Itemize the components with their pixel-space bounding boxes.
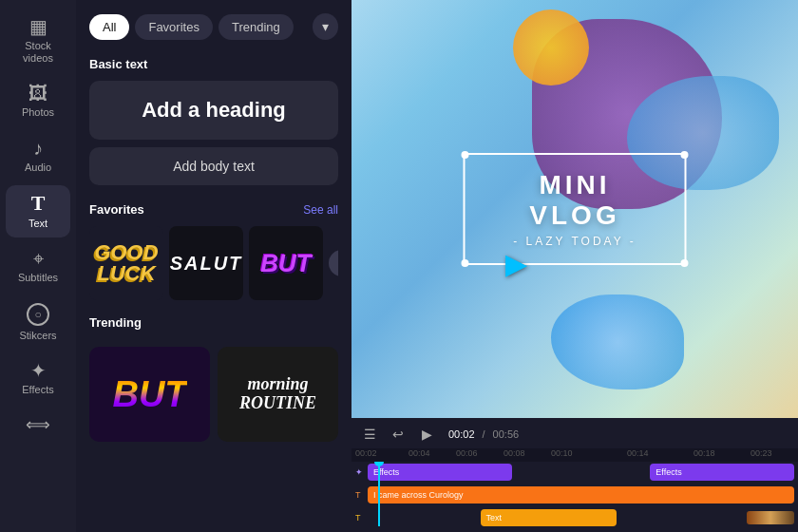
sidebar-item-label: Text [28, 218, 48, 230]
transitions-icon: ⟺ [26, 416, 50, 433]
track-row-curology: T I came across Curology [355, 484, 794, 505]
sidebar: ▦ Stock videos 🖼 Photos ♪ Audio T Text ⌖… [0, 0, 76, 532]
sidebar-item-stickers[interactable]: ○ Stikcers [6, 295, 70, 350]
subtitles-icon: ⌖ [33, 249, 44, 268]
tab-trending[interactable]: Trending [218, 14, 294, 40]
timeline-total-time: / [483, 428, 485, 440]
salut-text: SALUT [170, 253, 243, 275]
handle-bottom-left[interactable] [462, 259, 469, 267]
good-luck-text: GOOD LUCK [94, 242, 158, 284]
track-row-effects-1: ✦ Effects Effects [355, 462, 794, 483]
photos-icon: 🖼 [28, 84, 48, 103]
blob-light-blue [551, 294, 684, 390]
morning-routine-text: morning ROUTINE [239, 375, 316, 413]
timeline-toolbar: ☰ ↩ ▶ 00:02 / 00:56 [352, 424, 798, 445]
time-mark-4: 00:10 [551, 448, 573, 458]
time-mark-3: 00:08 [504, 448, 525, 458]
stock-videos-icon: ▦ [29, 17, 48, 36]
sidebar-item-stock-videos[interactable]: ▦ Stock videos [6, 10, 70, 72]
tab-all[interactable]: All [89, 14, 129, 40]
sidebar-item-label: Stock videos [10, 40, 66, 65]
trending-grid: BUT morning ROUTINE [89, 347, 338, 442]
add-body-text-button[interactable]: Add body text [89, 147, 338, 185]
sidebar-item-label: Audio [25, 162, 51, 174]
handle-top-right[interactable] [681, 151, 689, 159]
add-heading-button[interactable]: Add a heading [89, 81, 338, 140]
sidebar-item-audio[interactable]: ♪ Audio [6, 131, 70, 181]
favorite-item-but[interactable]: BUT [249, 226, 323, 300]
text-panel: All Favorites Trending ▾ Basic text Add … [76, 0, 352, 532]
trending-item-but[interactable]: BUT [89, 347, 210, 442]
time-mark-1: 00:04 [408, 448, 430, 458]
mini-vlog-title: MINI VLOG [494, 170, 656, 231]
sidebar-item-transitions[interactable]: ⟺ [6, 408, 70, 445]
canvas-area: MINI VLOG - LAZY TODAY - ▶ ☰ ↩ ▶ 00:02 /… [352, 0, 798, 532]
track-text[interactable]: Text [481, 509, 617, 526]
timeline-tracks: ✦ Effects Effects T I came across Curolo… [352, 462, 798, 526]
text-overlay-mini-vlog[interactable]: MINI VLOG - LAZY TODAY - [464, 153, 687, 265]
track-curology[interactable]: I came across Curology [368, 486, 794, 504]
see-all-button[interactable]: See all [303, 203, 338, 217]
favorites-section-title: Favorites [89, 202, 144, 217]
trending-item-morning-routine[interactable]: morning ROUTINE [218, 347, 338, 442]
track-row-text: T Text [355, 507, 794, 526]
stickers-icon: ○ [27, 303, 49, 326]
handle-bottom-right[interactable] [681, 259, 689, 267]
time-mark-6: 00:18 [694, 448, 715, 458]
favorite-item-good-luck[interactable]: GOOD LUCK [89, 226, 163, 300]
timeline-current-time: 00:02 [448, 428, 475, 440]
text-icon: T [31, 193, 46, 214]
handle-top-left[interactable] [462, 151, 469, 159]
favorite-item-salut[interactable]: SALUT [169, 226, 243, 300]
timeline-duration: 00:56 [493, 428, 520, 440]
trending-but-text: BUT [112, 374, 186, 415]
timeline-menu-button[interactable]: ☰ [359, 424, 380, 445]
time-mark-5: 00:14 [627, 448, 649, 458]
track-effects-2-label: Effects [656, 467, 681, 477]
timeline: ☰ ↩ ▶ 00:02 / 00:56 00:02 00:04 00:06 00… [352, 418, 798, 532]
timeline-play-button[interactable]: ▶ [416, 424, 437, 445]
timeline-undo-button[interactable]: ↩ [388, 424, 408, 445]
but-purple-text: BUT [260, 249, 311, 278]
favorites-section-header: Favorites See all [89, 202, 338, 217]
mini-vlog-subtitle: - LAZY TODAY - [494, 235, 656, 248]
playhead[interactable] [378, 462, 380, 526]
more-filters-button[interactable]: ▾ [313, 13, 338, 40]
favorites-grid: GOOD LUCK SALUT BUT › [89, 226, 338, 300]
blob-yellow [513, 10, 589, 86]
time-mark-0: 00:02 [355, 448, 377, 458]
timeline-ruler: 00:02 00:04 00:06 00:08 00:10 00:14 00:1… [352, 448, 798, 462]
time-mark-7: 00:23 [750, 448, 772, 458]
track-effects-2[interactable]: Effects [650, 464, 794, 481]
favorites-next-button[interactable]: › [329, 250, 338, 276]
text-track-icon: T [355, 513, 365, 522]
sidebar-item-text[interactable]: T Text [6, 185, 70, 238]
track-curology-label: I came across Curology [373, 490, 464, 500]
sidebar-item-label: Effects [22, 384, 53, 396]
effects-1-icon: ✦ [355, 467, 365, 477]
track-thumbnail [747, 511, 794, 524]
trending-section-header: Trending [89, 315, 338, 330]
sidebar-item-subtitles[interactable]: ⌖ Subtitles [6, 241, 70, 292]
sidebar-item-label: Stikcers [19, 330, 56, 342]
sidebar-item-effects[interactable]: ✦ Effects [6, 353, 70, 404]
effects-icon: ✦ [30, 361, 47, 380]
sidebar-item-label: Subtitles [18, 272, 58, 284]
track-text-label: Text [486, 513, 503, 522]
curology-icon: T [355, 490, 365, 500]
canvas-preview[interactable]: MINI VLOG - LAZY TODAY - ▶ [352, 0, 798, 418]
sidebar-item-label: Photos [22, 106, 54, 119]
filter-tabs: All Favorites Trending ▾ [89, 13, 338, 40]
audio-icon: ♪ [33, 139, 43, 158]
trending-section-title: Trending [89, 315, 142, 330]
sidebar-item-photos[interactable]: 🖼 Photos [6, 76, 70, 126]
tab-favorites[interactable]: Favorites [135, 14, 212, 40]
track-effects-1[interactable]: Effects [368, 464, 512, 481]
time-mark-2: 00:06 [456, 448, 478, 458]
basic-text-section-title: Basic text [89, 57, 338, 71]
